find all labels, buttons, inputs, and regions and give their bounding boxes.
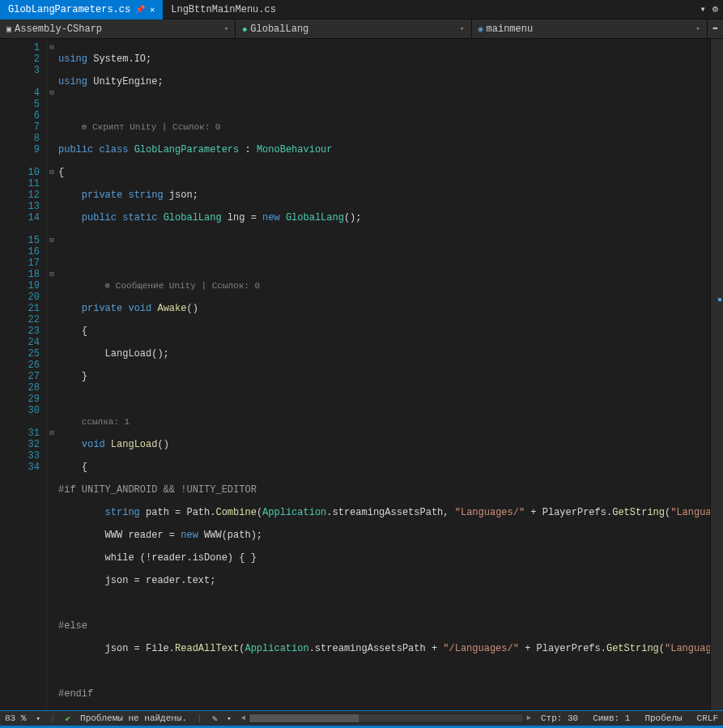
cursor-col-status[interactable]: Симв: 1 — [593, 713, 630, 723]
line-number-gutter: 1234567891011121314151617181920212223242… — [0, 39, 47, 710]
codelens-hint[interactable]: ссылка: 1 — [82, 417, 130, 427]
horizontal-scrollbar[interactable] — [249, 713, 523, 723]
split-icon[interactable]: ⬌ — [708, 23, 723, 35]
nav-class[interactable]: ◆ GlobalLang ▾ — [236, 19, 471, 38]
indent-status[interactable]: Пробелы — [644, 713, 682, 723]
class-icon: ◆ — [242, 24, 247, 34]
dropdown-icon[interactable]: ▾ — [700, 3, 706, 15]
eol-status[interactable]: CRLF — [697, 713, 718, 723]
zoom-level[interactable]: 83 % — [5, 713, 26, 723]
code-area[interactable]: using System.IO; using UnityEngine; ⊕ Ск… — [57, 39, 710, 710]
problems-status[interactable]: Проблемы не найдены. — [80, 713, 187, 723]
nav-class-label: GlobalLang — [250, 23, 308, 35]
vertical-scrollbar[interactable] — [710, 39, 723, 710]
chevron-down-icon: ▾ — [695, 24, 700, 33]
codelens-hint[interactable]: ⊕ Сообщение Unity | Ссылок: 0 — [105, 281, 260, 291]
tab-inactive[interactable]: LngBttnMainMenu.cs — [163, 0, 284, 19]
editor: 1234567891011121314151617181920212223242… — [0, 39, 723, 710]
scroll-left-icon[interactable]: ◄ — [241, 714, 245, 722]
field-icon: ◉ — [478, 24, 483, 34]
pin-icon[interactable]: 📌 — [135, 5, 145, 15]
nav-member[interactable]: ◉ mainmenu ▾ — [472, 19, 708, 38]
zoom-dropdown-icon[interactable]: ▾ — [36, 714, 40, 723]
tab-bar: GlobLangParameters.cs 📌 ✕ LngBttnMainMen… — [0, 0, 723, 19]
check-icon: ✔ — [65, 713, 70, 724]
nav-project-label: Assembly-CSharp — [15, 23, 102, 35]
nav-member-label: mainmenu — [487, 23, 534, 35]
chevron-down-icon: ▾ — [460, 24, 464, 33]
nav-project[interactable]: ▣ Assembly-CSharp ▾ — [0, 19, 236, 38]
cursor-line-status[interactable]: Стр: 30 — [541, 713, 578, 723]
nav-bar: ▣ Assembly-CSharp ▾ ◆ GlobalLang ▾ ◉ mai… — [0, 19, 723, 39]
brush-icon[interactable]: ✎ — [212, 713, 218, 724]
project-icon: ▣ — [6, 24, 11, 34]
scroll-right-icon[interactable]: ► — [527, 714, 531, 722]
fold-gutter: ⊟⊟⊟⊟⊟⊟ — [47, 39, 57, 710]
gear-icon[interactable]: ⚙ — [712, 3, 718, 15]
tab-active[interactable]: GlobLangParameters.cs 📌 ✕ — [0, 0, 163, 19]
tab-label: LngBttnMainMenu.cs — [171, 4, 276, 15]
close-icon[interactable]: ✕ — [150, 5, 155, 15]
chevron-down-icon: ▾ — [224, 24, 228, 33]
tab-label: GlobLangParameters.cs — [8, 4, 130, 15]
codelens-hint[interactable]: ⊕ Скрипт Unity | Ссылок: 0 — [82, 122, 221, 132]
status-bar: 83 % ▾ | ✔ Проблемы не найдены. | ✎ ▾ ◄ … — [0, 710, 723, 728]
